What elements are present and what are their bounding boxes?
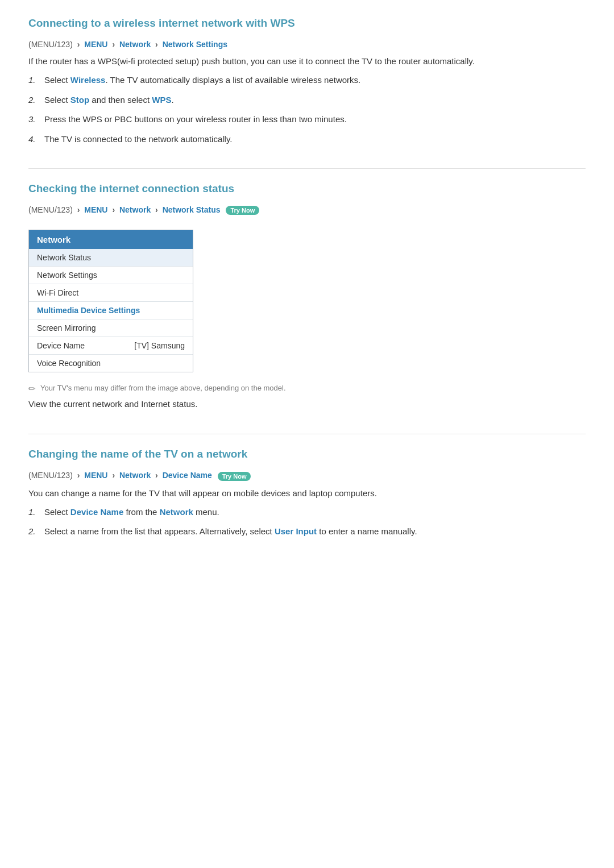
wps-step-2: 2. Select Stop and then select WPS. (28, 94, 586, 107)
breadcrumb-network-status: Network Status (163, 205, 221, 214)
device-step2-user-input: User Input (275, 526, 317, 536)
device-name-body: You can change a name for the TV that wi… (28, 487, 586, 500)
note-text: Your TV's menu may differ from the image… (40, 384, 286, 392)
menu-item-network-status[interactable]: Network Status (29, 249, 193, 267)
breadcrumb-menu123-2: (MENU/123) (28, 205, 73, 214)
breadcrumb-network-3: Network (119, 471, 151, 480)
try-now-badge-2[interactable]: Try Now (218, 472, 251, 481)
breadcrumb-menu-3: MENU (84, 471, 107, 480)
wps-step2-stop: Stop (70, 95, 89, 105)
section-check-title: Checking the internet connection status (28, 182, 586, 198)
menu-item-screen-mirroring[interactable]: Screen Mirroring (29, 319, 193, 337)
breadcrumb-network: Network (119, 40, 151, 49)
section-device-title: Changing the name of the TV on a network (28, 448, 586, 464)
breadcrumb-wps: (MENU/123) › MENU › Network › Network Se… (28, 40, 586, 49)
breadcrumb-check: (MENU/123) › MENU › Network › Network St… (28, 205, 586, 215)
section-wps-title: Connecting to a wireless internet networ… (28, 17, 586, 33)
breadcrumb-device-name: Device Name (163, 471, 212, 480)
divider-2 (28, 434, 586, 434)
check-status-body: View the current network and Internet st… (28, 397, 586, 411)
divider-1 (28, 168, 586, 169)
breadcrumb-menu123: (MENU/123) (28, 40, 73, 49)
device-step1-highlight1: Device Name (70, 507, 123, 517)
device-step-1: 1. Select Device Name from the Network m… (28, 506, 586, 519)
breadcrumb-menu123-3: (MENU/123) (28, 471, 73, 480)
breadcrumb-network-settings: Network Settings (163, 40, 227, 49)
device-name-steps: 1. Select Device Name from the Network m… (28, 506, 586, 538)
breadcrumb-menu: MENU (84, 40, 107, 49)
wps-step-1: 1. Select Wireless. The TV automatically… (28, 74, 586, 87)
wps-step2-wps: WPS (152, 95, 171, 105)
section-check-status: Checking the internet connection status … (28, 182, 586, 411)
menu-item-multimedia-device[interactable]: Multimedia Device Settings (29, 302, 193, 319)
try-now-badge-1[interactable]: Try Now (226, 206, 259, 215)
breadcrumb-device: (MENU/123) › MENU › Network › Device Nam… (28, 471, 586, 480)
network-menu-box: Network Network Status Network Settings … (28, 230, 193, 372)
note-row: ✏ Your TV's menu may differ from the ima… (28, 384, 586, 394)
wps-steps: 1. Select Wireless. The TV automatically… (28, 74, 586, 146)
wps-step1-highlight: Wireless (70, 75, 106, 85)
wps-step-3: 3. Press the WPS or PBC buttons on your … (28, 113, 586, 126)
device-step-2: 2. Select a name from the list that appe… (28, 525, 586, 538)
section-device-name: Changing the name of the TV on a network… (28, 448, 586, 538)
menu-item-wifi-direct[interactable]: Wi-Fi Direct (29, 284, 193, 302)
device-step1-highlight2: Network (160, 507, 193, 517)
network-menu-header: Network (29, 230, 193, 249)
section-wps: Connecting to a wireless internet networ… (28, 17, 586, 146)
pencil-icon: ✏ (28, 384, 36, 394)
device-name-value: [TV] Samsung (134, 341, 185, 350)
menu-item-network-settings[interactable]: Network Settings (29, 267, 193, 284)
wps-step-4: 4. The TV is connected to the network au… (28, 133, 586, 146)
breadcrumb-network-2: Network (119, 205, 151, 214)
menu-item-device-name[interactable]: Device Name [TV] Samsung (29, 337, 193, 355)
breadcrumb-menu-2: MENU (84, 205, 107, 214)
menu-item-voice-recognition[interactable]: Voice Recognition (29, 355, 193, 372)
wps-body-text: If the router has a WPS(wi-fi protected … (28, 55, 586, 68)
network-menu-list: Network Status Network Settings Wi-Fi Di… (29, 249, 193, 372)
